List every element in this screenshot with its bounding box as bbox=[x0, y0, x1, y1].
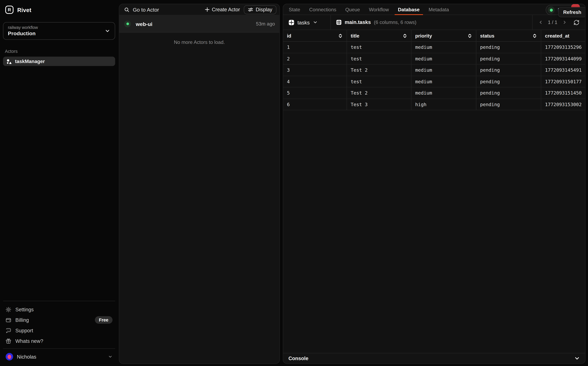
table-row: 4testmediumpending1772093150177 bbox=[283, 76, 585, 87]
sort-icon[interactable] bbox=[464, 33, 472, 38]
column-header-status[interactable]: status bbox=[476, 30, 541, 42]
tab-state[interactable]: State bbox=[285, 4, 303, 15]
actor-list-item[interactable]: web-ui53m ago bbox=[119, 15, 280, 33]
create-actor-button[interactable]: Create Actor bbox=[205, 7, 240, 12]
table-cell[interactable]: test bbox=[347, 53, 412, 65]
table-cell[interactable]: pending bbox=[476, 76, 541, 87]
gift-icon bbox=[6, 338, 11, 344]
go-to-actor-search[interactable]: Go to Actor bbox=[124, 7, 205, 13]
tab-connections[interactable]: Connections bbox=[306, 4, 340, 15]
sort-icon[interactable] bbox=[529, 33, 537, 38]
table-cell[interactable]: pending bbox=[476, 87, 541, 99]
gear-icon bbox=[6, 307, 11, 312]
console-toggle[interactable]: Console bbox=[283, 353, 585, 363]
table-cell[interactable]: 1772093144099 bbox=[541, 53, 585, 65]
table-cell[interactable]: 1772093150177 bbox=[541, 76, 585, 87]
column-header-created_at[interactable]: created_at bbox=[541, 30, 585, 42]
chevron-down-icon bbox=[313, 20, 318, 25]
wallet-icon bbox=[6, 317, 11, 323]
rivet-dashboard: R Rivet railway workflow Production Acto… bbox=[0, 0, 588, 366]
table-cell[interactable]: medium bbox=[412, 65, 476, 76]
table-cell[interactable]: 1772093135296 bbox=[541, 42, 585, 53]
empty-message: No more Actors to load. bbox=[119, 39, 280, 45]
sliders-icon bbox=[248, 7, 253, 12]
table-cell[interactable]: medium bbox=[412, 87, 476, 99]
column-label: status bbox=[480, 33, 494, 38]
project-label: railway workflow bbox=[8, 25, 105, 30]
table-cell[interactable]: 1772093145491 bbox=[541, 65, 585, 76]
next-page-button[interactable] bbox=[562, 20, 567, 25]
table-cell[interactable]: 1772093153002 bbox=[541, 99, 585, 110]
column-header-priority[interactable]: priority bbox=[412, 30, 476, 42]
table-row: 1testmediumpending1772093135296 bbox=[283, 42, 585, 53]
sidebar-item-support[interactable]: Support bbox=[3, 325, 115, 336]
running-status-dot bbox=[550, 8, 553, 11]
plus-icon bbox=[205, 7, 210, 12]
table-row: 5Test 2mediumpending1772093151450 bbox=[283, 87, 585, 99]
table-cell[interactable]: high bbox=[412, 99, 476, 110]
table-cell[interactable]: test bbox=[347, 42, 412, 53]
prev-page-button[interactable] bbox=[538, 20, 543, 25]
chevron-down-icon bbox=[105, 28, 110, 33]
column-label: created_at bbox=[545, 33, 569, 38]
plan-badge: Free bbox=[95, 316, 113, 324]
column-label: title bbox=[351, 33, 359, 38]
table-meta: (6 columns, 6 rows) bbox=[374, 19, 416, 25]
table-cell[interactable]: Test 3 bbox=[347, 99, 412, 110]
sort-icon[interactable] bbox=[335, 33, 343, 38]
chevron-down-icon bbox=[574, 356, 580, 361]
table-cell[interactable]: pending bbox=[476, 42, 541, 53]
table-cell[interactable]: medium bbox=[412, 42, 476, 53]
search-icon bbox=[124, 7, 130, 12]
rivet-logo-icon: R bbox=[5, 6, 14, 14]
table-cell[interactable]: 3 bbox=[283, 65, 347, 76]
brand-name: Rivet bbox=[17, 7, 31, 13]
environment-name: Production bbox=[8, 30, 105, 37]
table-cell[interactable]: pending bbox=[476, 99, 541, 110]
environment-selector[interactable]: railway workflow Production bbox=[3, 22, 115, 40]
table-cell[interactable]: Test 2 bbox=[347, 87, 412, 99]
sidebar-item-settings[interactable]: Settings bbox=[3, 304, 115, 315]
tab-database[interactable]: Database bbox=[395, 4, 423, 15]
table-cell[interactable]: 5 bbox=[283, 87, 347, 99]
table-cell[interactable]: medium bbox=[412, 76, 476, 87]
table-cell[interactable]: 4 bbox=[283, 76, 347, 87]
actors-nav: taskManager bbox=[3, 57, 115, 66]
table-selector-dropdown[interactable]: tasks bbox=[283, 15, 331, 30]
sidebar-item-label: taskManager bbox=[15, 59, 45, 64]
sidebar-item-taskManager[interactable]: taskManager bbox=[3, 57, 115, 66]
display-button[interactable]: Display bbox=[244, 5, 276, 14]
table-header-row: idtitleprioritystatuscreated_at bbox=[283, 30, 585, 42]
sidebar-item-billing[interactable]: BillingFree bbox=[3, 315, 115, 325]
tab-label: Metadata bbox=[428, 7, 449, 12]
table-full-name: main.tasks bbox=[345, 19, 371, 25]
sidebar-item-label: Support bbox=[15, 328, 33, 333]
table-row: 2testmediumpending1772093144099 bbox=[283, 53, 585, 65]
table-cell[interactable]: medium bbox=[412, 53, 476, 65]
sidebar-item-label: Billing bbox=[15, 317, 29, 323]
table-cell[interactable]: test bbox=[347, 76, 412, 87]
table-cell[interactable]: 1 bbox=[283, 42, 347, 53]
refresh-table-button[interactable] bbox=[573, 19, 580, 25]
table-cell[interactable]: 6 bbox=[283, 99, 347, 110]
tab-queue[interactable]: Queue bbox=[342, 4, 363, 15]
column-header-title[interactable]: title bbox=[347, 30, 412, 42]
tab-metadata[interactable]: Metadata bbox=[425, 4, 452, 15]
table-cell[interactable]: pending bbox=[476, 65, 541, 76]
sort-icon[interactable] bbox=[399, 33, 407, 38]
running-status-dot bbox=[126, 23, 129, 25]
table-row: 6Test 3highpending1772093153002 bbox=[283, 99, 585, 110]
sidebar-item-whats-new-[interactable]: Whats new? bbox=[3, 336, 115, 346]
table-cell[interactable]: pending bbox=[476, 53, 541, 65]
table-cell[interactable]: Test 2 bbox=[347, 65, 412, 76]
table-cell[interactable]: 2 bbox=[283, 53, 347, 65]
tab-workflow[interactable]: Workflow bbox=[366, 4, 392, 15]
actor-list-panel: Go to Actor Create Actor bbox=[119, 4, 280, 364]
table-row: 3Test 2mediumpending1772093145491 bbox=[283, 65, 585, 76]
actor-last-started: 53m ago bbox=[256, 21, 275, 27]
user-menu[interactable]: Nicholas bbox=[3, 349, 115, 366]
detail-tabbar: StateConnectionsQueueWorkflowDatabaseMet… bbox=[283, 4, 585, 15]
brand-header[interactable]: R Rivet bbox=[3, 0, 115, 14]
column-header-id[interactable]: id bbox=[283, 30, 347, 42]
table-cell[interactable]: 1772093151450 bbox=[541, 87, 585, 99]
